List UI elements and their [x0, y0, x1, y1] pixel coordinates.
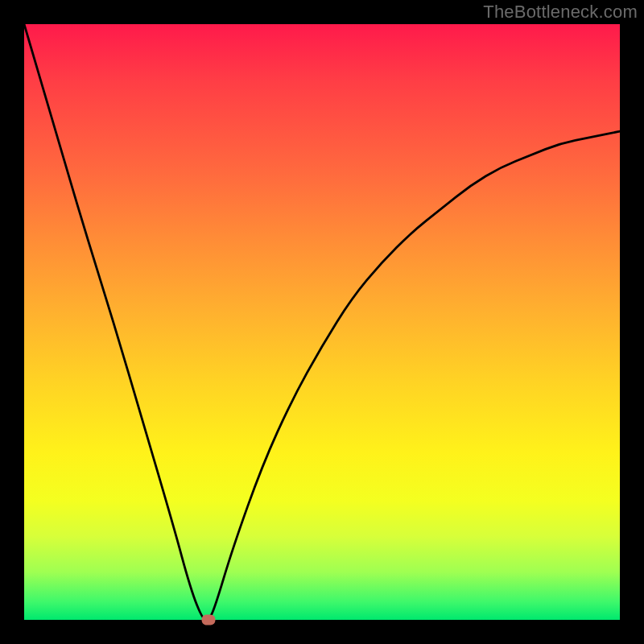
- bottleneck-curve: [24, 24, 620, 620]
- watermark-label: TheBottleneck.com: [483, 2, 638, 23]
- plot-area: [24, 24, 620, 620]
- minimum-marker: [202, 615, 216, 625]
- chart-frame: TheBottleneck.com: [0, 0, 644, 644]
